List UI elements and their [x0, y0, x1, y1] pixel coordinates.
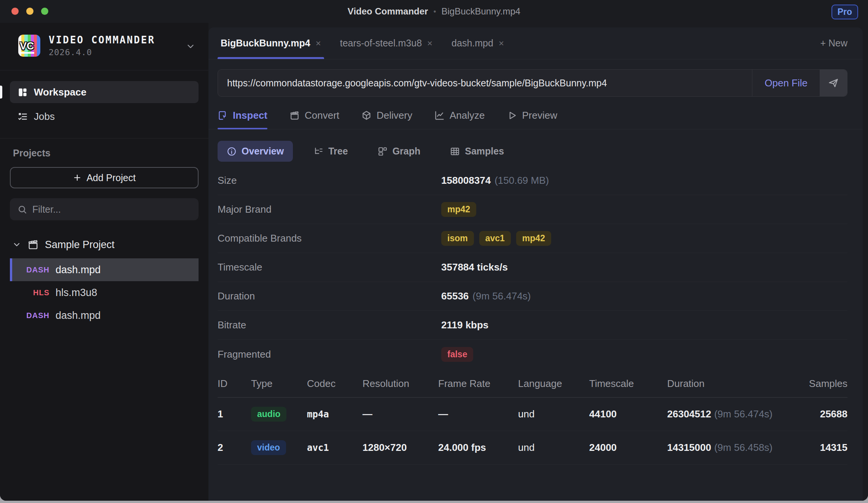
- format-badge: DASH: [10, 311, 49, 320]
- cell-codec: avc1: [307, 431, 362, 465]
- brand-badge: mp42: [516, 231, 551, 246]
- overview-list: Size 158008374 (150.69 MB) Major Brand m…: [208, 164, 863, 369]
- brand-header[interactable]: VC VIDEO COMMANDER 2026.4.0: [0, 23, 208, 70]
- overview-row-bitrate: Bitrate 2119 kbps: [218, 311, 847, 340]
- tab-label: tears-of-steel.m3u8: [340, 38, 422, 49]
- sidebar-item-workspace[interactable]: Workspace: [10, 81, 199, 103]
- send-icon: [828, 78, 839, 88]
- kv-label: Size: [218, 175, 441, 186]
- tab-dash-mpd[interactable]: dash.mpd ×: [448, 27, 507, 59]
- url-input[interactable]: [227, 78, 743, 89]
- format-badge: DASH: [12, 266, 49, 274]
- chevron-down-icon[interactable]: [186, 41, 196, 51]
- tracks-table-header: ID Type Codec Resolution Frame Rate Lang…: [218, 369, 847, 398]
- info-icon: [227, 146, 237, 156]
- graph-icon: [378, 146, 388, 156]
- kv-label: Duration: [218, 290, 441, 302]
- kv-label: Compatible Brands: [218, 232, 441, 244]
- tab-bigbuckbunny[interactable]: BigBuckBunny.mp4 ×: [218, 27, 324, 59]
- tab-delivery[interactable]: Delivery: [361, 110, 412, 129]
- tree-item-dash-mpd-2[interactable]: DASH dash.mpd: [10, 304, 199, 327]
- add-project-button[interactable]: Add Project: [10, 167, 199, 188]
- app-version: 2026.4.0: [49, 48, 155, 57]
- cell-samples: 14315: [793, 431, 847, 465]
- chevron-down-icon[interactable]: [12, 240, 21, 249]
- url-row: Open File: [208, 59, 863, 97]
- table-icon: [450, 146, 460, 156]
- kv-secondary: (9m 56.474s): [472, 290, 531, 302]
- main-area: BigBuckBunny.mp4 × tears-of-steel.m3u8 ×…: [208, 23, 868, 501]
- app-logo-monogram: VC: [20, 41, 34, 54]
- sidebar-nav: Workspace Jobs: [0, 70, 208, 138]
- overview-row-duration: Duration 65536 (9m 56.474s): [218, 282, 847, 311]
- inspect-icon: [218, 110, 228, 121]
- cell-id: 2: [218, 431, 251, 465]
- app-window: Video Commander • BigBuckBunny.mp4 Pro V…: [0, 0, 868, 501]
- chart-icon: [434, 110, 445, 121]
- close-icon[interactable]: ×: [316, 38, 321, 49]
- format-badge: HLS: [10, 288, 49, 297]
- section-label: Inspect: [233, 110, 267, 121]
- cell-frame-rate: 24.000 fps: [438, 431, 518, 465]
- cell-language: und: [518, 431, 589, 465]
- load-url-button[interactable]: [820, 70, 847, 96]
- open-file-button[interactable]: Open File: [752, 70, 820, 96]
- section-label: Analyze: [450, 110, 485, 121]
- col-frame-rate: Frame Rate: [438, 369, 518, 398]
- package-icon: [361, 110, 372, 121]
- table-row-audio-track[interactable]: 1 audio mp4a — — und 44100 26304512(9m 5…: [218, 398, 847, 431]
- cell-language: und: [518, 398, 589, 431]
- tree-project-row[interactable]: Sample Project: [10, 235, 199, 255]
- section-nav: Inspect Convert Delivery: [208, 97, 863, 129]
- tab-convert[interactable]: Convert: [289, 110, 339, 129]
- project-filter-input[interactable]: [32, 204, 191, 215]
- view-tab-overview[interactable]: Overview: [218, 141, 293, 162]
- tab-preview[interactable]: Preview: [507, 110, 557, 129]
- col-timescale: Timescale: [589, 369, 667, 398]
- view-tab-graph[interactable]: Graph: [369, 141, 430, 162]
- active-nav-indicator: [0, 86, 2, 99]
- tree-icon: [313, 146, 323, 156]
- desktop: Video Commander • BigBuckBunny.mp4 Pro V…: [0, 0, 868, 503]
- view-tab-label: Samples: [465, 146, 504, 157]
- kv-label: Bitrate: [218, 319, 441, 331]
- cell-resolution: —: [362, 398, 438, 431]
- view-tab-samples[interactable]: Samples: [441, 141, 513, 162]
- project-filter[interactable]: [10, 198, 199, 220]
- plus-icon: [73, 173, 82, 182]
- view-tab-tree[interactable]: Tree: [304, 141, 357, 162]
- overview-row-size: Size 158008374 (150.69 MB): [218, 166, 847, 195]
- table-row-video-track[interactable]: 2 video avc1 1280×720 24.000 fps und 240…: [218, 431, 847, 465]
- close-icon[interactable]: ×: [427, 38, 432, 49]
- tree-item-filename: dash.mpd: [56, 310, 101, 322]
- project-tree: Sample Project DASH dash.mpd HLS hls.m3u…: [10, 235, 199, 327]
- tree-item-filename: hls.m3u8: [56, 287, 97, 299]
- tree-item-filename: dash.mpd: [56, 264, 101, 276]
- window-title-app: Video Commander: [348, 6, 428, 17]
- tab-tears-of-steel[interactable]: tears-of-steel.m3u8 ×: [337, 27, 436, 59]
- tree-item-dash-mpd[interactable]: DASH dash.mpd: [10, 258, 199, 281]
- cell-id: 1: [218, 398, 251, 431]
- tab-analyze[interactable]: Analyze: [434, 110, 485, 129]
- document-tab-bar: BigBuckBunny.mp4 × tears-of-steel.m3u8 ×…: [208, 27, 863, 59]
- brand-badge: avc1: [479, 231, 511, 246]
- new-tab-button[interactable]: + New: [820, 27, 847, 59]
- tree-item-hls-m3u8[interactable]: HLS hls.m3u8: [10, 281, 199, 304]
- cell-timescale: 44100: [589, 398, 667, 431]
- tab-inspect[interactable]: Inspect: [218, 110, 267, 129]
- projects-heading: Projects: [10, 148, 199, 159]
- title-separator-dot: •: [433, 7, 436, 16]
- sidebar-item-jobs[interactable]: Jobs: [10, 105, 199, 127]
- col-id: ID: [218, 369, 251, 398]
- window-title: Video Commander • BigBuckBunny.mp4: [0, 0, 868, 23]
- col-samples: Samples: [793, 369, 847, 398]
- brand-badge: isom: [441, 231, 474, 246]
- pro-badge: Pro: [831, 5, 858, 19]
- main-panel: BigBuckBunny.mp4 × tears-of-steel.m3u8 ×…: [208, 27, 863, 501]
- view-tab-label: Overview: [242, 146, 284, 157]
- window-title-document: BigBuckBunny.mp4: [441, 6, 520, 17]
- play-icon: [507, 110, 517, 121]
- close-icon[interactable]: ×: [499, 38, 504, 49]
- cell-frame-rate: —: [438, 398, 518, 431]
- view-tab-label: Graph: [393, 146, 421, 157]
